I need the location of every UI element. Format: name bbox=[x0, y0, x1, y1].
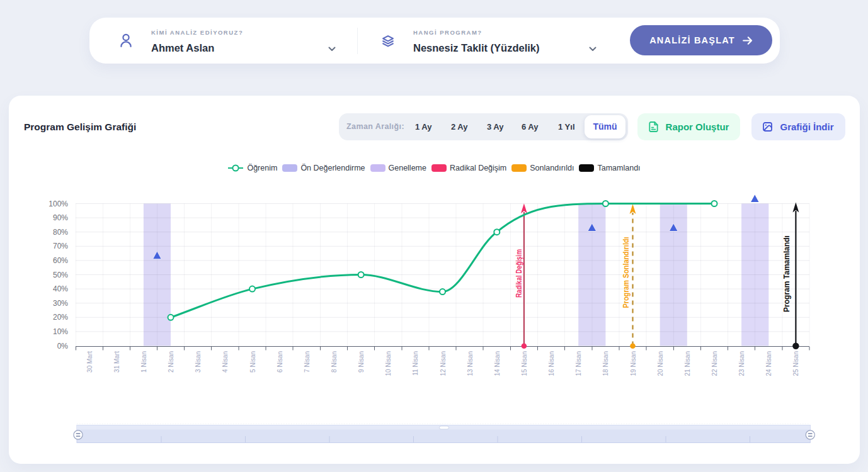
svg-text:7 Nisan: 7 Nisan bbox=[304, 351, 311, 373]
svg-text:17 Nisan: 17 Nisan bbox=[575, 351, 582, 376]
svg-text:19 Nisan: 19 Nisan bbox=[630, 351, 637, 376]
svg-text:11 Nisan: 11 Nisan bbox=[412, 351, 419, 376]
svg-text:3 Nisan: 3 Nisan bbox=[195, 351, 202, 373]
svg-text:100%: 100% bbox=[49, 199, 68, 208]
svg-text:Program Sonlandırıldı: Program Sonlandırıldı bbox=[622, 237, 631, 308]
svg-text:14 Nisan: 14 Nisan bbox=[494, 351, 501, 376]
svg-text:2 Nisan: 2 Nisan bbox=[168, 351, 174, 373]
svg-text:40%: 40% bbox=[53, 284, 68, 293]
svg-text:22 Nisan: 22 Nisan bbox=[711, 351, 718, 376]
svg-text:15 Nisan: 15 Nisan bbox=[521, 351, 528, 376]
svg-text:16 Nisan: 16 Nisan bbox=[548, 351, 555, 376]
svg-text:20%: 20% bbox=[53, 313, 68, 322]
svg-text:60%: 60% bbox=[53, 256, 68, 264]
svg-text:Radikal Değişim: Radikal Değişim bbox=[515, 249, 523, 298]
svg-text:20 Nisan: 20 Nisan bbox=[657, 351, 664, 376]
svg-text:23 Nisan: 23 Nisan bbox=[738, 351, 745, 376]
svg-text:90%: 90% bbox=[53, 213, 68, 222]
svg-text:4 Nisan: 4 Nisan bbox=[222, 351, 229, 373]
svg-text:10 Nisan: 10 Nisan bbox=[385, 351, 392, 376]
svg-text:8 Nisan: 8 Nisan bbox=[331, 351, 338, 373]
svg-text:9 Nisan: 9 Nisan bbox=[358, 351, 365, 373]
svg-text:31 Mart: 31 Mart bbox=[113, 351, 120, 372]
svg-text:50%: 50% bbox=[53, 270, 68, 279]
svg-text:24 Nisan: 24 Nisan bbox=[765, 351, 772, 376]
svg-text:21 Nisan: 21 Nisan bbox=[684, 351, 691, 376]
svg-text:0%: 0% bbox=[57, 341, 69, 350]
svg-text:5 Nisan: 5 Nisan bbox=[249, 351, 256, 373]
svg-text:18 Nisan: 18 Nisan bbox=[602, 351, 609, 376]
svg-text:13 Nisan: 13 Nisan bbox=[467, 351, 474, 376]
svg-text:80%: 80% bbox=[53, 227, 68, 236]
svg-text:1 Nisan: 1 Nisan bbox=[140, 351, 147, 373]
svg-text:6 Nisan: 6 Nisan bbox=[277, 351, 283, 373]
svg-text:70%: 70% bbox=[53, 242, 68, 250]
svg-text:Program Tamamlandı: Program Tamamlandı bbox=[782, 235, 791, 312]
svg-text:30 Mart: 30 Mart bbox=[86, 351, 93, 372]
svg-text:12 Nisan: 12 Nisan bbox=[440, 351, 447, 376]
svg-text:10%: 10% bbox=[53, 327, 68, 335]
svg-text:30%: 30% bbox=[53, 298, 68, 307]
svg-text:25 Nisan: 25 Nisan bbox=[792, 351, 799, 376]
